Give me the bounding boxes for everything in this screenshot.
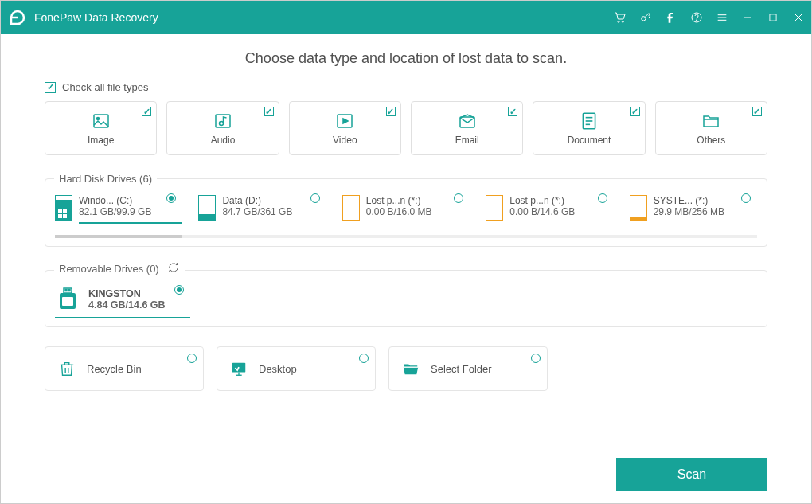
- svg-rect-13: [94, 115, 108, 127]
- filetype-checkbox[interactable]: [142, 107, 151, 116]
- email-icon: [456, 111, 478, 131]
- filetype-checkbox[interactable]: [752, 107, 762, 116]
- scan-button[interactable]: Scan: [616, 458, 767, 491]
- filetype-card-email[interactable]: Email: [411, 101, 523, 155]
- filetype-card-others[interactable]: Others: [655, 101, 767, 155]
- audio-icon: [212, 111, 234, 131]
- filetype-grid: Image Audio Video Email Document: [45, 101, 767, 155]
- filetype-label: Email: [455, 135, 479, 146]
- drive-icon: [486, 195, 503, 221]
- desktop-icon: [228, 358, 249, 379]
- filetype-checkbox[interactable]: [264, 107, 274, 116]
- locations-row: Recycle Bin Desktop Select Folder: [45, 346, 767, 391]
- drive-underline: [79, 222, 182, 224]
- location-radio[interactable]: [359, 354, 369, 363]
- location-label: Desktop: [259, 363, 297, 375]
- svg-rect-28: [62, 297, 73, 306]
- drive-info: KINGSTON 4.84 GB/14.6 GB: [88, 288, 166, 311]
- location-recycle-bin[interactable]: Recycle Bin: [45, 346, 204, 391]
- image-icon: [90, 111, 112, 131]
- check-all-label: Check all file types: [62, 81, 148, 93]
- folder-icon: [700, 111, 722, 131]
- drive-icon: [342, 195, 360, 221]
- filetype-card-document[interactable]: Document: [533, 101, 645, 155]
- drive-name: KINGSTON: [88, 288, 166, 299]
- app-logo: [7, 7, 28, 28]
- svg-point-14: [96, 118, 99, 120]
- svg-point-1: [618, 21, 619, 22]
- usb-icon: [55, 287, 80, 312]
- drive-radio[interactable]: [598, 193, 607, 203]
- svg-point-3: [642, 17, 646, 21]
- drive-size: 82.1 GB/99.9 GB: [79, 206, 182, 217]
- hdd-section-label: Hard Disk Drives (6): [54, 173, 157, 185]
- filetype-checkbox[interactable]: [630, 107, 640, 116]
- check-all-row[interactable]: Check all file types: [45, 81, 767, 93]
- svg-point-5: [696, 20, 697, 21]
- hdd-drive[interactable]: Lost p...n (*:) 0.00 B/16.0 MB: [342, 195, 470, 224]
- app-title: FonePaw Data Recovery: [34, 11, 614, 24]
- folder-open-icon: [400, 358, 421, 379]
- document-icon: [578, 111, 600, 131]
- location-select-folder[interactable]: Select Folder: [388, 346, 548, 391]
- drive-size: 0.00 B/16.0 MB: [366, 206, 470, 217]
- svg-rect-25: [65, 290, 67, 291]
- removable-drive[interactable]: KINGSTON 4.84 GB/14.6 GB: [55, 287, 190, 312]
- cart-icon[interactable]: [614, 11, 627, 24]
- removable-section-label: Removable Drives (0): [54, 261, 185, 276]
- drive-icon: [630, 195, 647, 221]
- check-all-checkbox[interactable]: [45, 82, 56, 93]
- location-label: Select Folder: [431, 363, 492, 375]
- location-desktop[interactable]: Desktop: [217, 346, 376, 391]
- drive-icon: [198, 195, 216, 221]
- video-icon: [334, 111, 356, 131]
- svg-rect-26: [68, 290, 70, 291]
- filetype-label: Others: [697, 135, 725, 146]
- filetype-label: Audio: [211, 135, 236, 146]
- svg-rect-10: [770, 14, 776, 21]
- hdd-drive[interactable]: Windo... (C:) 82.1 GB/99.9 GB: [55, 195, 182, 224]
- titlebar: FonePaw Data Recovery: [1, 1, 811, 34]
- drive-size: 29.9 MB/256 MB: [654, 206, 757, 217]
- filetype-label: Image: [88, 135, 114, 146]
- trash-icon: [57, 358, 77, 379]
- drive-icon: [55, 195, 72, 221]
- key-icon[interactable]: [639, 11, 652, 24]
- facebook-icon[interactable]: [665, 11, 677, 24]
- location-label: Recycle Bin: [87, 363, 142, 375]
- hdd-drive[interactable]: Lost p...n (*:) 0.00 B/14.6 GB: [486, 195, 613, 224]
- filetype-card-video[interactable]: Video: [289, 101, 401, 155]
- filetype-card-image[interactable]: Image: [45, 101, 157, 155]
- location-radio[interactable]: [531, 354, 541, 363]
- drive-size: 84.7 GB/361 GB: [222, 206, 326, 217]
- main-content: Choose data type and location of lost da…: [1, 34, 811, 503]
- hdd-row: Windo... (C:) 82.1 GB/99.9 GB Data (D:) …: [55, 195, 757, 224]
- scan-row: Scan: [45, 458, 767, 491]
- hdd-drive[interactable]: Data (D:) 84.7 GB/361 GB: [198, 195, 326, 224]
- hdd-drive[interactable]: SYSTE... (*:) 29.9 MB/256 MB: [630, 195, 757, 224]
- drive-size: 4.84 GB/14.6 GB: [88, 299, 166, 311]
- refresh-icon[interactable]: [167, 261, 180, 276]
- filetype-card-audio[interactable]: Audio: [166, 101, 279, 155]
- hdd-scrollbar[interactable]: [55, 235, 757, 238]
- close-icon[interactable]: [792, 11, 805, 24]
- titlebar-icons: [614, 11, 805, 24]
- svg-point-2: [622, 21, 623, 22]
- drive-underline: [55, 317, 190, 318]
- removable-box: KINGSTON 4.84 GB/14.6 GB: [45, 270, 767, 327]
- drive-size: 0.00 B/14.6 GB: [509, 206, 613, 217]
- help-icon[interactable]: [690, 11, 703, 24]
- location-radio[interactable]: [187, 354, 197, 363]
- filetype-label: Video: [333, 135, 357, 146]
- maximize-icon[interactable]: [767, 11, 779, 24]
- menu-icon[interactable]: [716, 11, 728, 24]
- app-window: FonePaw Data Recovery Choose data type a…: [0, 0, 812, 504]
- page-heading: Choose data type and location of lost da…: [45, 50, 767, 67]
- drive-radio[interactable]: [741, 193, 751, 203]
- drive-radio[interactable]: [174, 285, 184, 295]
- filetype-checkbox[interactable]: [386, 107, 396, 116]
- minimize-icon[interactable]: [741, 11, 754, 24]
- filetype-label: Document: [568, 135, 611, 146]
- filetype-checkbox[interactable]: [508, 107, 517, 116]
- drive-radio[interactable]: [310, 193, 320, 203]
